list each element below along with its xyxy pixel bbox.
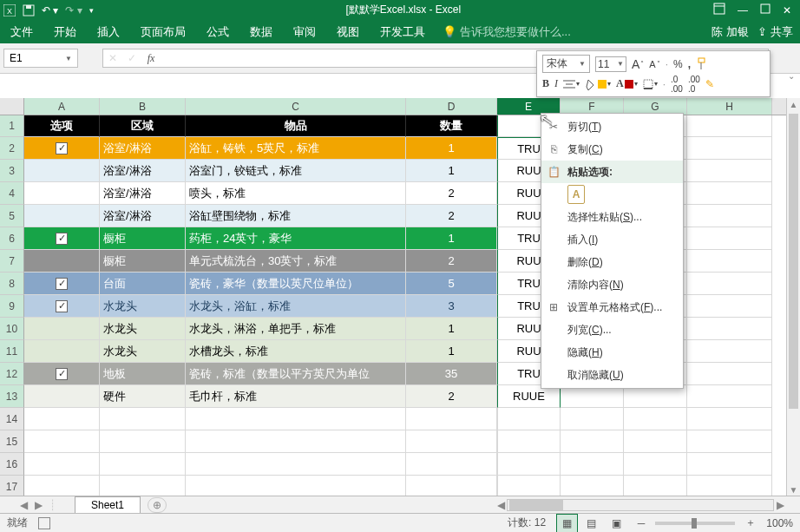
ctx-unhide[interactable]: 取消隐藏(U): [541, 364, 683, 386]
cell[interactable]: [497, 476, 561, 497]
name-box[interactable]: E1 ▼: [3, 49, 78, 68]
cell[interactable]: [24, 476, 100, 497]
cell[interactable]: [24, 453, 100, 476]
cell[interactable]: 药柜，24英寸，豪华: [186, 227, 406, 250]
cell[interactable]: 水龙头，淋浴，单把手，标准: [186, 318, 406, 340]
zoom-slider[interactable]: [655, 522, 735, 525]
ctx-paste-special[interactable]: 选择性粘贴(S)...: [541, 206, 683, 228]
cell[interactable]: 浴缸，铸铁，5英尺，标准: [186, 137, 406, 160]
sheet-tab[interactable]: Sheet1: [75, 496, 141, 515]
row-num[interactable]: 14: [0, 408, 24, 430]
checkbox-icon[interactable]: ✓: [56, 142, 68, 154]
cell[interactable]: ✓: [24, 137, 100, 160]
row-num[interactable]: 11: [0, 340, 24, 363]
cell[interactable]: 台面: [100, 273, 186, 295]
row-num[interactable]: 13: [0, 385, 24, 408]
cell[interactable]: [561, 476, 624, 497]
user-name[interactable]: 陈 加银: [711, 24, 749, 40]
cell[interactable]: 1: [406, 160, 497, 182]
cell[interactable]: 浴室/淋浴: [100, 205, 186, 227]
col-H[interactable]: H: [687, 98, 772, 115]
cell[interactable]: [100, 476, 186, 497]
horizontal-scrollbar[interactable]: [507, 499, 774, 511]
cell[interactable]: [687, 408, 772, 430]
cell[interactable]: [687, 430, 772, 453]
cell[interactable]: 瓷砖，豪华（数量以英尺位单位）: [186, 273, 406, 295]
tell-me[interactable]: 💡 告诉我您想要做什么...: [443, 24, 571, 40]
cell[interactable]: 物品: [186, 115, 406, 137]
scroll-up-icon[interactable]: ▲: [787, 98, 800, 112]
cell[interactable]: 水槽龙头，标准: [186, 340, 406, 363]
cell[interactable]: 区域: [100, 115, 186, 137]
cell[interactable]: [687, 227, 772, 250]
ctx-format-cells[interactable]: ⊞设置单元格格式(F)...: [541, 296, 683, 319]
checkbox-icon[interactable]: ✓: [56, 233, 68, 245]
cell[interactable]: [186, 430, 406, 453]
cell[interactable]: [687, 318, 772, 340]
minimize-icon[interactable]: —: [738, 4, 748, 16]
row-num[interactable]: 10: [0, 318, 24, 340]
cell[interactable]: [687, 295, 772, 318]
row-num[interactable]: 8: [0, 273, 24, 295]
cell[interactable]: 硬件: [100, 385, 186, 408]
vertical-scrollbar[interactable]: ▲ ▼: [786, 98, 800, 497]
cell[interactable]: ✓: [24, 363, 100, 385]
cell[interactable]: 橱柜: [100, 227, 186, 250]
cell[interactable]: 水龙头，浴缸，标准: [186, 295, 406, 318]
page-break-view-icon[interactable]: ▣: [606, 514, 627, 533]
row-num[interactable]: 15: [0, 430, 24, 453]
col-C[interactable]: C: [186, 98, 406, 115]
cell[interactable]: [100, 453, 186, 476]
cell[interactable]: [687, 205, 772, 227]
cell[interactable]: ✓: [24, 227, 100, 250]
cell[interactable]: 2: [406, 250, 497, 273]
hscroll-left-icon[interactable]: ◀: [495, 499, 507, 511]
zoom-in-icon[interactable]: ＋: [745, 516, 756, 530]
cell[interactable]: 单元式梳洗台，30英寸，标准: [186, 250, 406, 273]
cell[interactable]: 2: [406, 385, 497, 408]
cell[interactable]: 地板: [100, 363, 186, 385]
align-icon[interactable]: ▾: [563, 79, 580, 89]
cell[interactable]: [24, 408, 100, 430]
zoom-value[interactable]: 100%: [766, 517, 793, 529]
add-sheet-button[interactable]: ⊕: [148, 497, 167, 513]
menu-dev[interactable]: 开发工具: [370, 24, 436, 40]
ctx-hide[interactable]: 隐藏(H): [541, 341, 683, 364]
cell[interactable]: [406, 453, 497, 476]
page-layout-view-icon[interactable]: ▤: [580, 514, 602, 533]
cell[interactable]: [100, 430, 186, 453]
cell[interactable]: [497, 430, 561, 453]
cell[interactable]: 水龙头: [100, 318, 186, 340]
font-family-selector[interactable]: 宋体▼: [542, 55, 590, 73]
cell[interactable]: [687, 160, 772, 182]
row-num[interactable]: 3: [0, 160, 24, 182]
cell[interactable]: 浴室/淋浴: [100, 182, 186, 205]
cell[interactable]: [687, 453, 772, 476]
cell[interactable]: [687, 385, 772, 408]
cell[interactable]: [186, 476, 406, 497]
cell[interactable]: [687, 340, 772, 363]
cell[interactable]: 5: [406, 273, 497, 295]
comma-icon[interactable]: ,: [688, 58, 691, 70]
font-size-selector[interactable]: 11▼: [595, 56, 626, 72]
row-num[interactable]: 17: [0, 476, 24, 497]
cell[interactable]: [687, 273, 772, 295]
cell[interactable]: ✓: [24, 295, 100, 318]
cell[interactable]: 3: [406, 295, 497, 318]
cancel-formula-icon[interactable]: ✕: [103, 52, 122, 64]
menu-home[interactable]: 开始: [43, 24, 87, 40]
cell[interactable]: 瓷砖，标准（数量以平方英尺为单位: [186, 363, 406, 385]
cell[interactable]: [24, 385, 100, 408]
decrease-font-icon[interactable]: A˅: [649, 59, 659, 69]
cell[interactable]: 1: [406, 137, 497, 160]
cell[interactable]: [24, 205, 100, 227]
cell[interactable]: [687, 115, 772, 137]
tab-nav[interactable]: ◀▶┊: [0, 499, 75, 511]
row-num[interactable]: 2: [0, 137, 24, 160]
menu-file[interactable]: 文件: [0, 24, 43, 40]
cell[interactable]: [24, 430, 100, 453]
ctx-paste-value[interactable]: A: [541, 183, 683, 206]
macro-record-icon[interactable]: [38, 517, 50, 529]
cell[interactable]: [561, 430, 624, 453]
ctx-copy[interactable]: ⎘复制(C): [541, 138, 683, 161]
